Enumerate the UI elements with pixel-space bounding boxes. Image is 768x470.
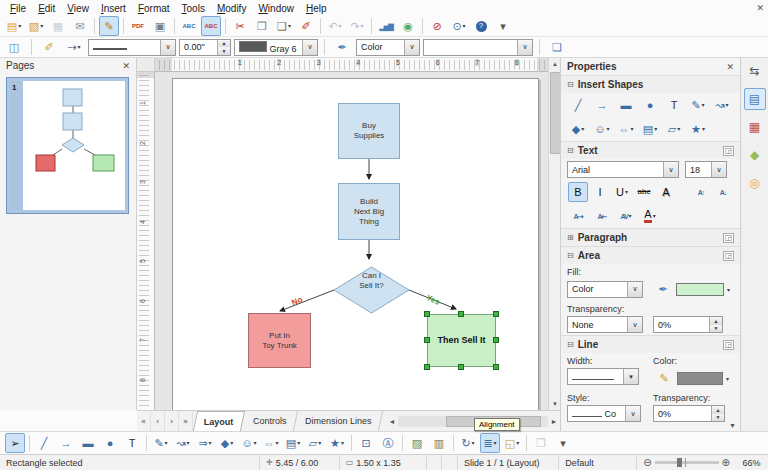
selection-handle[interactable] bbox=[458, 364, 464, 370]
callout-shapes-icon[interactable]: ▱▾ bbox=[305, 433, 325, 453]
dropdown-arrow[interactable]: ▾ bbox=[341, 440, 344, 446]
toolbar-overflow-icon[interactable]: ▾ bbox=[493, 16, 513, 36]
strikethrough-icon[interactable]: abc bbox=[634, 182, 654, 202]
connector-icon[interactable]: ↝▾ bbox=[712, 95, 732, 115]
shapes-tab-icon[interactable]: ◆ bbox=[744, 144, 766, 166]
edit-points-icon[interactable]: ⊡ bbox=[356, 433, 376, 453]
ellipse-icon[interactable]: ● bbox=[100, 433, 120, 453]
dropdown-arrow[interactable]: ▾ bbox=[472, 440, 475, 446]
collapse-icon[interactable]: ⊟ bbox=[567, 80, 574, 89]
rotate-icon[interactable]: ↻▾ bbox=[458, 433, 478, 453]
line-icon[interactable]: ╱ bbox=[34, 433, 54, 453]
selection-handle[interactable] bbox=[424, 311, 430, 317]
dropdown-arrow[interactable]: ▾ bbox=[677, 126, 680, 132]
dropdown-arrow[interactable]: ▾ bbox=[702, 126, 705, 132]
toolbar-overflow-icon[interactable]: ▾ bbox=[553, 433, 573, 453]
insert-line-icon[interactable]: ╱ bbox=[568, 95, 588, 115]
line-width-select[interactable]: ▾ bbox=[567, 368, 639, 385]
insert-rectangle-icon[interactable]: ▬ bbox=[616, 95, 636, 115]
insert-ellipse-icon[interactable]: ● bbox=[640, 95, 660, 115]
line-color-swatch[interactable] bbox=[677, 372, 723, 385]
basic-shapes-icon[interactable]: ◆▾ bbox=[217, 433, 237, 453]
text-dialog-launcher-icon[interactable]: ◲ bbox=[723, 146, 734, 156]
dropdown-arrow[interactable]: ▾ bbox=[275, 440, 278, 446]
selection-handle[interactable] bbox=[493, 337, 499, 343]
transparency-type-select[interactable]: None∨ bbox=[567, 316, 643, 333]
properties-tab-icon[interactable]: ▤ bbox=[744, 88, 766, 110]
alignment-icon[interactable]: ≣▾ bbox=[480, 433, 500, 453]
horizontal-ruler[interactable]: 12345678 bbox=[155, 58, 548, 72]
dropdown-arrow[interactable]: ▾ bbox=[607, 126, 610, 132]
decrease-char-spacing-icon[interactable]: A⇠ bbox=[592, 206, 612, 226]
dropdown-arrow[interactable]: ▾ bbox=[727, 286, 730, 293]
dropdown-arrow[interactable]: ▾ bbox=[165, 440, 168, 446]
help-icon[interactable]: ? bbox=[471, 16, 491, 36]
dropdown-arrow[interactable]: ▾ bbox=[702, 102, 705, 108]
flowchart-node-buy-supplies[interactable]: Buy Supplies bbox=[338, 103, 400, 159]
arrow-style-icon[interactable]: ⇢▾ bbox=[64, 37, 84, 57]
gallery-tab-icon[interactable]: ▦ bbox=[744, 116, 766, 138]
block-arrows-icon[interactable]: ⇔▾ bbox=[261, 433, 281, 453]
dropdown-arrow[interactable]: ▾ bbox=[630, 126, 633, 132]
bold-icon[interactable]: B bbox=[568, 182, 588, 202]
transparency-spinner[interactable]: 0%▲▼ bbox=[653, 316, 723, 333]
display-grid-icon[interactable]: ⊘ bbox=[427, 16, 447, 36]
navigator-tab-icon[interactable]: ◎ bbox=[744, 172, 766, 194]
next-page-icon[interactable]: › bbox=[165, 411, 179, 431]
sidebar-settings-icon[interactable]: ⇆ bbox=[744, 60, 766, 82]
line-style-select[interactable]: Co∨ bbox=[567, 405, 641, 422]
area-dialog-launcher-icon[interactable]: ◲ bbox=[723, 251, 734, 261]
insert-text-icon[interactable]: T bbox=[664, 95, 684, 115]
spelling-icon[interactable]: ABC bbox=[179, 16, 199, 36]
scroll-left-icon[interactable]: ◄ bbox=[386, 418, 398, 425]
print-icon[interactable]: ▣ bbox=[150, 16, 170, 36]
dropdown-arrow[interactable]: ▾ bbox=[494, 440, 497, 446]
flowchart-node-build-next-big-thing[interactable]: Build Next Big Thing bbox=[338, 183, 400, 240]
close-icon[interactable]: ✕ bbox=[726, 62, 734, 72]
previous-page-icon[interactable]: ‹ bbox=[151, 411, 165, 431]
new-icon[interactable]: ▤▾ bbox=[4, 16, 24, 36]
menu-file[interactable]: File bbox=[4, 2, 32, 15]
object-size-status[interactable]: ▭1.50 x 1.35 bbox=[340, 455, 427, 470]
toggle-shadow-icon[interactable]: A bbox=[656, 182, 676, 202]
dropdown-arrow[interactable]: ▾ bbox=[78, 44, 81, 50]
menu-format[interactable]: Format bbox=[132, 2, 176, 15]
section-area[interactable]: ⊟ Area ◲ bbox=[561, 246, 740, 264]
selection-handle[interactable] bbox=[424, 364, 430, 370]
dropdown-arrow[interactable]: ▾ bbox=[230, 440, 233, 446]
export-pdf-icon[interactable]: PDF bbox=[128, 16, 148, 36]
increase-font-size-icon[interactable]: A↑ bbox=[691, 182, 711, 202]
copy-icon[interactable]: ❐ bbox=[252, 16, 272, 36]
clone-formatting-icon[interactable]: ✐ bbox=[296, 16, 316, 36]
open-icon[interactable]: ▧▾ bbox=[26, 16, 46, 36]
chart-icon[interactable]: ▂▅▇ bbox=[376, 16, 396, 36]
fill-type-select[interactable]: Color∨ bbox=[567, 281, 643, 298]
dropdown-arrow[interactable]: ▾ bbox=[629, 213, 632, 219]
flowchart-node-put-in-toy-trunk[interactable]: Put In Toy Trunk bbox=[248, 313, 311, 368]
zoom-icon[interactable]: ⊙▾ bbox=[449, 16, 469, 36]
selection-handle[interactable] bbox=[458, 311, 464, 317]
dropdown-arrow[interactable]: ▾ bbox=[187, 440, 190, 446]
dropdown-arrow[interactable]: ▾ bbox=[18, 23, 21, 29]
drawing-canvas[interactable]: Buy Supplies Build Next Big Thing Can I … bbox=[155, 72, 548, 410]
star-shapes-icon[interactable]: ★▾ bbox=[327, 433, 347, 453]
dropdown-arrow[interactable]: ▾ bbox=[516, 440, 519, 446]
tab-dimension-lines[interactable]: Dimension Lines bbox=[295, 411, 383, 431]
star-shapes-icon[interactable]: ★▾ bbox=[688, 119, 708, 139]
page-style-status[interactable]: Default bbox=[559, 455, 637, 470]
insert-object-icon[interactable]: ◉ bbox=[398, 16, 418, 36]
section-paragraph[interactable]: ⊞ Paragraph ◲ bbox=[561, 228, 740, 246]
menu-insert[interactable]: Insert bbox=[95, 2, 132, 15]
symbol-shapes-icon[interactable]: ☺▾ bbox=[239, 433, 259, 453]
flowchart-node-decision-label[interactable]: Can I Sell It? bbox=[334, 271, 409, 291]
arrange-icon[interactable]: ◱▾ bbox=[502, 433, 522, 453]
menu-modify[interactable]: Modify bbox=[211, 2, 252, 15]
dropdown-arrow[interactable]: ▾ bbox=[254, 440, 257, 446]
close-icon[interactable]: ✕ bbox=[756, 3, 764, 13]
menu-view[interactable]: View bbox=[61, 2, 95, 15]
italic-icon[interactable]: I bbox=[590, 182, 610, 202]
callout-shapes-icon[interactable]: ▱▾ bbox=[664, 119, 684, 139]
dropdown-arrow[interactable]: ▾ bbox=[297, 440, 300, 446]
fill-type-select[interactable]: Color∨ bbox=[356, 39, 420, 56]
curve-icon[interactable]: ✎▾ bbox=[688, 95, 708, 115]
